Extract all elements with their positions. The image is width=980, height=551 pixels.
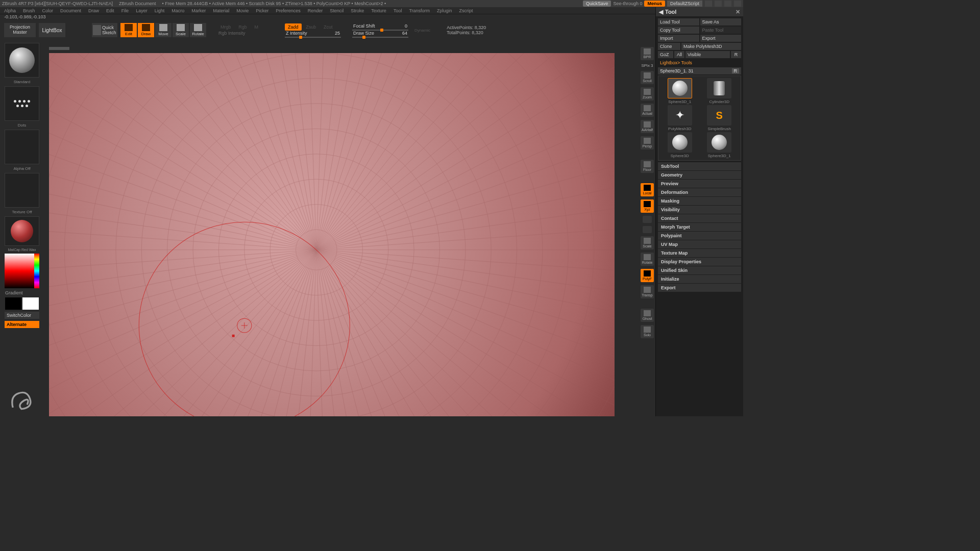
rotate-mode-button[interactable]: Rotate (190, 23, 206, 37)
make-polymesh-button[interactable]: Make PolyMesh3D (681, 43, 741, 50)
ghost-button[interactable]: Ghost (641, 309, 654, 322)
texture-tile[interactable] (5, 173, 39, 208)
document-scrollbar[interactable] (49, 47, 69, 50)
menu-texture[interactable]: Texture (371, 8, 386, 13)
tool-header[interactable]: ◀ Tool ✕ (656, 7, 743, 16)
focal-shift-slider[interactable]: Focal Shift 0 (352, 23, 408, 30)
load-tool-button[interactable]: Load Tool (658, 18, 699, 26)
menu-stroke[interactable]: Stroke (351, 8, 364, 13)
menu-layer[interactable]: Layer (136, 8, 148, 13)
tool-breadcrumb[interactable]: Lightbox> Tools (658, 59, 741, 66)
rollout-texture-map[interactable]: Texture Map (658, 249, 741, 257)
rollout-morph-target[interactable]: Morph Target (658, 223, 741, 231)
scale-button[interactable]: Scale (641, 236, 654, 249)
quick-sketch-button[interactable]: QuickSketch (92, 23, 117, 37)
zcut-toggle[interactable]: Zcut (321, 23, 336, 31)
save-as-button[interactable]: Save As (700, 18, 742, 26)
menu-file[interactable]: File (121, 8, 129, 13)
xyz-button[interactable]: Xyz (641, 199, 654, 213)
menu-zscript[interactable]: Zscript (459, 8, 473, 13)
seethrough-slider[interactable]: See-through 0 (613, 1, 642, 6)
local-button[interactable]: Local (641, 183, 654, 196)
scale-mode-button[interactable]: Scale (173, 23, 189, 37)
rollout-export[interactable]: Export (658, 284, 741, 292)
solo-button[interactable]: Solo (641, 325, 654, 338)
zsub-toggle[interactable]: Zsub (303, 23, 319, 31)
rollout-deformation[interactable]: Deformation (658, 188, 741, 196)
export-button[interactable]: Export (700, 35, 742, 42)
draw-mode-button[interactable]: Draw (138, 23, 154, 37)
rollout-uv-map[interactable]: UV Map (658, 240, 741, 248)
tool-item-polymesh3d[interactable]: ✦PolyMesh3D (660, 105, 699, 131)
material-tile[interactable] (5, 216, 39, 246)
maximize-icon[interactable] (724, 1, 731, 7)
rollout-contact[interactable]: Contact (658, 214, 741, 222)
tool-item-simplebrush[interactable]: SSimpleBrush (700, 105, 739, 131)
menu-preferences[interactable]: Preferences (276, 8, 301, 13)
aahalf-button[interactable]: AAHalf (641, 120, 654, 133)
brush-tile[interactable] (5, 43, 39, 78)
mrgb-toggle[interactable]: Mrgb (217, 23, 234, 31)
copy-tool-button[interactable]: Copy Tool (658, 27, 699, 34)
scroll-button[interactable]: Scroll (641, 71, 654, 84)
rotate-button[interactable]: Rotate (641, 253, 654, 266)
rollout-display-properties[interactable]: Display Properties (658, 258, 741, 266)
menu-macro[interactable]: Macro (172, 8, 184, 13)
rollout-initialize[interactable]: Initialize (658, 275, 741, 283)
floor-button[interactable]: Floor (641, 160, 654, 173)
dynamic-toggle[interactable]: Dynamic (411, 27, 433, 34)
defaultzscript-button[interactable]: DefaultZScript (667, 1, 702, 7)
m-toggle[interactable]: M (252, 23, 262, 31)
restore-icon[interactable] (705, 1, 712, 7)
menu-edit[interactable]: Edit (106, 8, 114, 13)
rollout-geometry[interactable]: Geometry (658, 171, 741, 179)
import-button[interactable]: Import (658, 35, 699, 42)
menu-transform[interactable]: Transform (409, 8, 430, 13)
menu-color[interactable]: Color (42, 8, 54, 13)
rollout-subtool[interactable]: SubTool (658, 162, 741, 170)
close-icon[interactable] (734, 1, 741, 7)
clone-button[interactable]: Clone (658, 43, 680, 50)
rgb-toggle[interactable]: Rgb (235, 23, 250, 31)
menu-tool[interactable]: Tool (394, 8, 402, 13)
tool-item-cylinder3d[interactable]: Cylinder3D (700, 78, 739, 104)
menu-zplugin[interactable]: Zplugin (437, 8, 452, 13)
rollout-preview[interactable]: Preview (658, 180, 741, 188)
color-picker[interactable] (5, 254, 39, 288)
bpr-button[interactable]: BPR (641, 47, 654, 60)
tool-item-sphere3d[interactable]: Sphere3D (660, 132, 699, 158)
draw-size-slider[interactable]: Draw Size 64 (352, 31, 408, 37)
tool-r-button[interactable]: R (732, 68, 740, 73)
paste-tool-button[interactable]: Paste Tool (700, 27, 742, 34)
z-intensity-slider[interactable]: Z Intensity 25 (285, 31, 341, 37)
goz-button[interactable]: GoZ (658, 51, 673, 58)
menu-render[interactable]: Render (308, 8, 323, 13)
menu-marker[interactable]: Marker (191, 8, 206, 13)
zadd-toggle[interactable]: Zadd (285, 23, 302, 31)
hue-strip[interactable] (34, 254, 39, 288)
menus-button[interactable]: Menus (644, 1, 665, 7)
menu-movie[interactable]: Movie (236, 8, 249, 13)
stroke-tile[interactable] (5, 86, 39, 121)
quicksave-button[interactable]: QuickSave (583, 1, 611, 7)
menu-brush[interactable]: Brush (23, 8, 35, 13)
rollout-masking[interactable]: Masking (658, 197, 741, 205)
switch-color-button[interactable]: SwitchColor (5, 312, 39, 319)
goz-all-button[interactable]: All (674, 51, 684, 58)
tool-item-sphere3d_1[interactable]: Sphere3D_1 (660, 78, 699, 104)
transp-button[interactable]: Transp (641, 285, 654, 298)
menu-material[interactable]: Material (213, 8, 229, 13)
edit-mode-button[interactable]: Edit (120, 23, 137, 37)
panel-close-icon[interactable]: ✕ (736, 9, 740, 15)
gradient-label[interactable]: Gradient (5, 290, 23, 295)
rollout-unified-skin[interactable]: Unified Skin (658, 266, 741, 274)
primary-color-swatch[interactable] (22, 297, 39, 310)
goz-r-button[interactable]: R (731, 51, 741, 58)
tool-name-row[interactable]: Sphere3D_1. 31 R (658, 67, 741, 74)
projection-master-button[interactable]: Projection Master (4, 23, 36, 37)
frame-button[interactable] (643, 216, 652, 223)
goz-visible-button[interactable]: Visible (685, 51, 730, 58)
menu-picker[interactable]: Picker (256, 8, 268, 13)
polyf-button[interactable]: PolyF (641, 269, 654, 282)
tool-item-sphere3d_1[interactable]: Sphere3D_1 (700, 132, 739, 158)
